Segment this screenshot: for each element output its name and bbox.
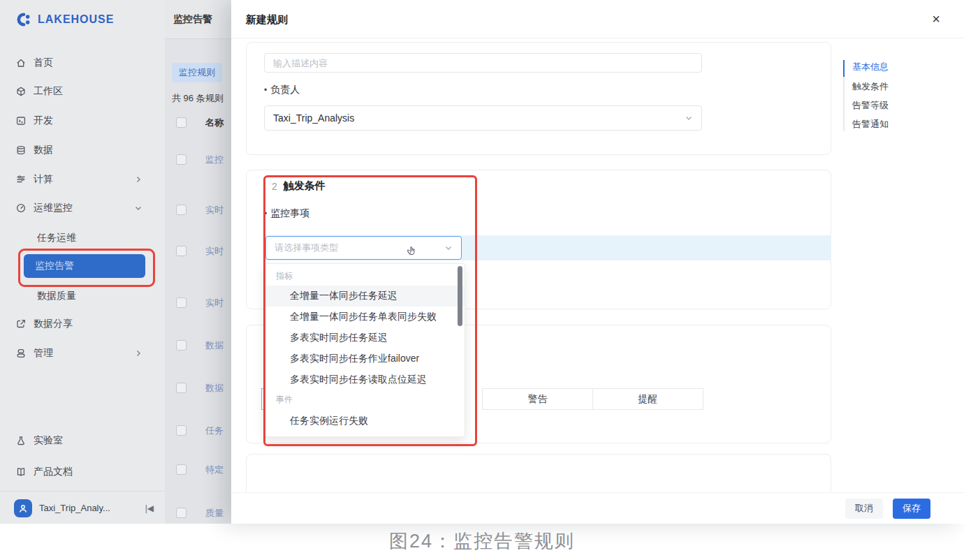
- required-dot: •: [264, 209, 267, 219]
- table-row[interactable]: 质量: [205, 507, 224, 520]
- table-row[interactable]: 实时: [205, 245, 224, 258]
- chevron-right-icon: [134, 175, 143, 184]
- modal-header: 新建规则 ×: [231, 0, 964, 38]
- table-row[interactable]: 数据: [205, 339, 224, 352]
- alert-level-option-warning[interactable]: 警告: [482, 388, 593, 410]
- sidebar-item-label: 数据: [34, 144, 53, 156]
- alert-level-option-reminder[interactable]: 提醒: [592, 388, 703, 410]
- sidebar-item-data-quality[interactable]: 数据质量: [37, 290, 76, 302]
- sidebar-item-label: 实验室: [34, 434, 63, 447]
- cube-icon: [15, 86, 27, 97]
- modal-footer: 取消 保存: [231, 492, 964, 524]
- chevron-down-icon: [685, 114, 693, 122]
- anchor-active-indicator: [843, 60, 845, 77]
- tab-monitor-rules[interactable]: 监控规则: [172, 63, 222, 82]
- sidebar-item-label: 数据分享: [34, 318, 73, 330]
- sliders-icon: [15, 174, 27, 185]
- row-checkbox[interactable]: [176, 205, 187, 215]
- required-dot: •: [264, 85, 267, 95]
- table-row[interactable]: 任务: [205, 425, 224, 437]
- sidebar-item-label: 首页: [34, 57, 53, 69]
- anchor-trigger-condition[interactable]: 触发条件: [852, 80, 889, 93]
- sidebar-item-compute[interactable]: 计算: [0, 169, 165, 190]
- chevron-down-icon: [134, 204, 143, 212]
- dropdown-option[interactable]: 多表实时同步任务作业failover: [265, 348, 465, 369]
- dropdown-option[interactable]: 任务实例运行失败: [265, 411, 465, 432]
- sidebar-item-docs[interactable]: 产品文档: [0, 462, 165, 482]
- owner-select-value: Taxi_Trip_Analysis: [273, 112, 354, 124]
- app-logo[interactable]: LAKEHOUSE: [15, 11, 114, 28]
- dropdown-option[interactable]: 多表实时同步任务读取点位延迟: [265, 369, 465, 390]
- screenshot-stage: LAKEHOUSE 首页 工作区 开发 数据 计算 运维监控 任务运维: [0, 0, 964, 560]
- lakehouse-logo-icon: [15, 11, 32, 28]
- code-window-icon: [15, 115, 27, 126]
- sidebar-item-home[interactable]: 首页: [0, 52, 165, 73]
- table-row[interactable]: 实时: [205, 204, 224, 216]
- dropdown-option[interactable]: 全增量一体同步任务单表同步失败: [265, 307, 465, 327]
- monitor-item-placeholder: 请选择事项类型: [275, 242, 338, 254]
- close-icon[interactable]: ×: [932, 12, 940, 26]
- dropdown-option[interactable]: 全增量一体同步任务延迟: [265, 286, 465, 307]
- owner-field-label: • 负责人: [264, 84, 300, 96]
- sidebar-item-label: 监控告警: [35, 260, 74, 272]
- background-page: 监控告警 监控规则 共 96 条规则 名称 监控 实时 实时 实时 数据 数据 …: [165, 0, 231, 524]
- select-all-checkbox[interactable]: [176, 117, 187, 128]
- cancel-button[interactable]: 取消: [845, 499, 883, 519]
- anchor-basic-info[interactable]: 基本信息: [852, 61, 889, 73]
- sidebar-item-label: 运维监控: [34, 202, 73, 214]
- sidebar-item-data-share[interactable]: 数据分享: [0, 314, 165, 334]
- sidebar-item-manage[interactable]: 管理: [0, 343, 165, 364]
- row-checkbox[interactable]: [176, 297, 187, 308]
- row-checkbox[interactable]: [176, 508, 187, 518]
- sidebar-item-lab[interactable]: 实验室: [0, 430, 165, 451]
- trigger-section-title: 2 触发条件: [272, 179, 326, 193]
- sidebar-item-develop[interactable]: 开发: [0, 110, 165, 131]
- rules-count: 共 96 条规则: [172, 92, 224, 105]
- sidebar-item-ops-monitor[interactable]: 运维监控: [0, 198, 165, 219]
- sidebar: LAKEHOUSE 首页 工作区 开发 数据 计算 运维监控 任务运维: [0, 0, 165, 524]
- sidebar-item-data[interactable]: 数据: [0, 140, 165, 161]
- page-title: 监控告警: [173, 13, 212, 26]
- owner-select[interactable]: Taxi_Trip_Analysis: [264, 105, 702, 131]
- dropdown-group-label: 指标: [276, 270, 293, 282]
- anchor-alert-level[interactable]: 告警等级: [852, 99, 889, 112]
- alert-notify-card: [246, 454, 831, 492]
- section-number: 2: [272, 181, 277, 192]
- row-checkbox[interactable]: [176, 246, 187, 256]
- table-row[interactable]: 特定: [205, 464, 224, 476]
- dropdown-scrollbar[interactable]: [458, 266, 462, 326]
- avatar: [14, 499, 32, 517]
- row-checkbox[interactable]: [176, 425, 187, 436]
- row-checkbox[interactable]: [176, 464, 187, 475]
- sidebar-item-label: 开发: [34, 115, 53, 127]
- home-icon: [15, 57, 27, 68]
- sidebar-item-task-ops[interactable]: 任务运维: [37, 232, 76, 244]
- table-row[interactable]: 监控: [205, 154, 224, 166]
- column-header-name: 名称: [205, 117, 224, 129]
- sidebar-item-workspace[interactable]: 工作区: [0, 81, 165, 102]
- sidebar-item-label: 工作区: [34, 85, 63, 98]
- save-button[interactable]: 保存: [893, 499, 930, 519]
- sidebar-item-label: 计算: [34, 173, 53, 186]
- table-row[interactable]: 数据: [205, 382, 224, 395]
- figure-caption: 图24：监控告警规则: [0, 529, 964, 554]
- monitor-item-select[interactable]: 请选择事项类型: [265, 236, 462, 260]
- table-row[interactable]: 实时: [205, 297, 224, 309]
- database-icon: [15, 145, 27, 156]
- anchor-alert-notify[interactable]: 告警通知: [852, 118, 889, 131]
- chevron-down-icon: [444, 244, 453, 252]
- dropdown-option[interactable]: 多表实时同步任务延迟: [265, 327, 465, 348]
- gauge-icon: [15, 202, 27, 214]
- row-checkbox[interactable]: [176, 340, 187, 351]
- sidebar-item-monitor-alert-selected[interactable]: 监控告警: [24, 254, 145, 278]
- user-account-row[interactable]: Taxi_Trip_Analy... |◀: [0, 491, 165, 524]
- chevron-right-icon: [134, 349, 143, 358]
- share-icon: [15, 318, 27, 330]
- row-checkbox[interactable]: [176, 383, 187, 393]
- sidebar-collapse-icon[interactable]: |◀: [145, 503, 154, 513]
- description-input[interactable]: [264, 53, 702, 73]
- book-icon: [15, 466, 27, 478]
- row-checkbox[interactable]: [176, 154, 187, 165]
- sidebar-item-label: 管理: [34, 347, 53, 360]
- modal-title: 新建规则: [246, 13, 288, 27]
